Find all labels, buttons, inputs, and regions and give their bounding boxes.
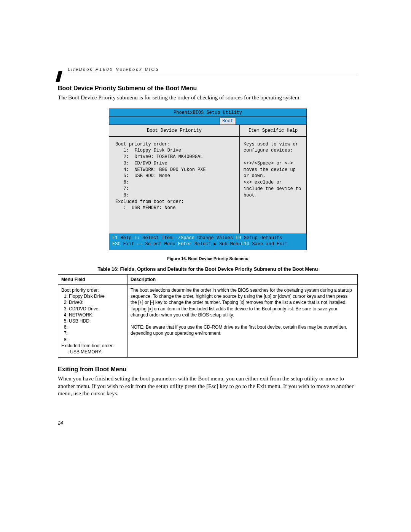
page-number: 24 [58,420,358,426]
bios-right-header: Item Specific Help [240,125,306,137]
bios-priority-list[interactable]: Boot priority order: 1: Floppy Disk Driv… [109,137,239,233]
section1-paragraph: The Boot Device Priority submenu is for … [58,94,358,102]
bios-footer-keys: F1 Help ↑↓ Select Item -/Space Change Va… [109,233,306,250]
bios-screenshot: PhoenixBIOS Setup Utility Boot Boot Devi… [109,109,307,251]
bios-tab-boot[interactable]: Boot [220,118,236,125]
table-desc-p1: The boot selections determine the order … [131,288,352,318]
figure-caption: Figure 16. Boot Device Priority Submenu [58,256,358,261]
document-page: LifeBook P1600 Notebook BIOS Boot Device… [0,0,411,471]
bios-left-pane: Boot Device Priority Boot priority order… [109,125,240,233]
section2-paragraph: When you have finished setting the boot … [58,375,358,398]
table-header-description: Description [127,275,358,285]
running-header: LifeBook P1600 Notebook BIOS [58,66,358,74]
table-cell-description: The boot selections determine the order … [127,285,358,358]
table-header-menu-field: Menu Field [58,275,127,285]
bios-help-text: Keys used to view or configure devices: … [240,137,306,203]
table-cell-menu-field: Boot priority order: 1: Floppy Disk Driv… [58,285,127,358]
table-caption: Table 16: Fields, Options and Defaults f… [58,266,358,272]
bios-tab-row: Boot [109,117,306,125]
thumb-tab-icon [56,71,62,82]
bios-help-pane: Item Specific Help Keys used to view or … [240,125,306,233]
bios-title: PhoenixBIOS Setup Utility [109,109,306,117]
section-heading-exiting: Exiting from Boot Menu [58,366,358,373]
section-heading-boot-priority: Boot Device Priority Submenu of the Boot… [58,85,358,92]
bios-left-header: Boot Device Priority [109,125,239,137]
running-header-text: LifeBook P1600 Notebook BIOS [68,67,159,72]
table-desc-p2: NOTE: Be aware that if you use the CD-RO… [131,324,347,336]
fields-table: Menu Field Description Boot priority ord… [58,274,358,358]
